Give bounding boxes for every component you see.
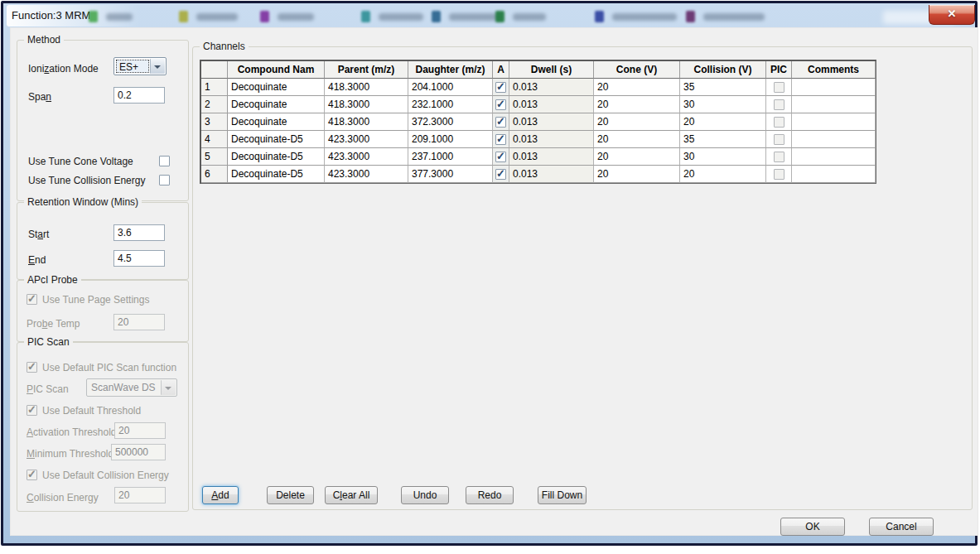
column-header-a: A (493, 61, 509, 79)
close-button[interactable]: ✕ (929, 5, 975, 25)
function-type-icon (260, 11, 269, 22)
titlebar-tab-2[interactable] (179, 9, 238, 24)
cell-comments[interactable] (792, 166, 876, 183)
cell-daughter[interactable]: 232.1000 (408, 96, 493, 113)
screenshot-stage: Function:3 MRM (0, 0, 980, 554)
cell-daughter[interactable]: 372.3000 (408, 113, 493, 131)
a-checkbox[interactable] (495, 99, 506, 110)
use-default-threshold-label: Use Default Threshold (42, 405, 141, 417)
cell-cone[interactable]: 20 (594, 131, 680, 148)
use-tune-page-checkbox (27, 294, 37, 305)
titlebar-tab-7[interactable] (595, 9, 677, 24)
cell-a (493, 148, 509, 166)
undo-button[interactable]: Undo (401, 486, 449, 504)
cell-parent[interactable]: 418.3000 (325, 96, 408, 113)
clear-all-button[interactable]: Clear All (325, 486, 378, 504)
end-label: End (28, 254, 46, 266)
use-default-pic-checkbox (27, 362, 37, 373)
a-checkbox[interactable] (495, 169, 506, 180)
cell-parent[interactable]: 423.3000 (325, 131, 408, 148)
use-tune-page-label: Use Tune Page Settings (42, 294, 149, 306)
row-number[interactable]: 3 (201, 113, 228, 131)
cell-cone[interactable]: 20 (594, 166, 680, 183)
cancel-button[interactable]: Cancel (869, 518, 934, 536)
span-field[interactable]: 0.2 (113, 87, 165, 104)
apci-probe-group-label: APcI Probe (24, 274, 81, 286)
cell-dwell[interactable]: 0.013 (509, 131, 594, 148)
a-checkbox[interactable] (495, 82, 506, 93)
cell-collision[interactable]: 20 (680, 166, 766, 183)
cell-compound[interactable]: Decoquinate (228, 113, 325, 131)
cell-dwell[interactable]: 0.013 (509, 166, 594, 183)
cell-cone[interactable]: 20 (594, 79, 680, 96)
column-header-comments: Comments (792, 61, 876, 79)
a-checkbox[interactable] (495, 134, 506, 145)
redo-button[interactable]: Redo (466, 486, 514, 504)
row-number[interactable]: 4 (201, 131, 228, 148)
cell-collision[interactable]: 30 (680, 96, 766, 113)
row-number[interactable]: 2 (201, 96, 228, 113)
ionization-mode-select[interactable]: ES+ (113, 57, 167, 75)
titlebar-tab-5[interactable] (432, 9, 502, 24)
apci-probe-group: APcI Probe (17, 280, 189, 342)
function-type-icon (361, 11, 370, 22)
pic-scan-label: PIC Scan (27, 383, 69, 395)
cell-parent[interactable]: 418.3000 (325, 113, 408, 131)
column-header-corner (201, 61, 228, 79)
cell-dwell[interactable]: 0.013 (509, 148, 594, 166)
cell-compound[interactable]: Decoquinate (228, 79, 325, 96)
cell-cone[interactable]: 20 (594, 148, 680, 166)
cell-comments[interactable] (792, 79, 876, 96)
use-tune-collision-label: Use Tune Collision Energy (28, 175, 145, 186)
cell-cone[interactable]: 20 (594, 96, 680, 113)
cell-collision[interactable]: 30 (680, 148, 766, 166)
cell-collision[interactable]: 35 (680, 79, 766, 96)
row-number[interactable]: 1 (201, 79, 228, 96)
cell-dwell[interactable]: 0.013 (509, 96, 594, 113)
cell-daughter[interactable]: 237.1000 (408, 148, 493, 166)
cell-daughter[interactable]: 204.1000 (408, 79, 493, 96)
titlebar-tab-6[interactable] (495, 9, 546, 24)
titlebar-tab-8[interactable] (686, 9, 765, 24)
chevron-down-icon[interactable] (150, 59, 165, 74)
pic-checkbox (774, 152, 784, 162)
channels-table: Compound Nam Parent (m/z) Daughter (m/z)… (200, 60, 876, 184)
delete-button[interactable]: Delete (267, 486, 314, 504)
cell-compound[interactable]: Decoquinate-D5 (228, 166, 325, 183)
cell-parent[interactable]: 418.3000 (325, 79, 408, 96)
retention-window-group: Retention Window (Mins) (17, 202, 189, 280)
cell-daughter[interactable]: 209.1000 (408, 131, 493, 148)
start-field[interactable]: 3.6 (113, 224, 165, 241)
titlebar-tab-1[interactable] (89, 9, 133, 24)
span-label: Span (28, 91, 51, 103)
a-checkbox[interactable] (495, 152, 506, 162)
titlebar-tab-4[interactable] (361, 9, 423, 24)
cell-daughter[interactable]: 377.3000 (408, 166, 493, 183)
cell-comments[interactable] (792, 96, 876, 113)
pic-checkbox (774, 117, 784, 128)
add-button[interactable]: Add (202, 486, 239, 504)
cell-compound[interactable]: Decoquinate-D5 (228, 148, 325, 166)
fill-down-button[interactable]: Fill Down (538, 486, 587, 504)
use-tune-collision-checkbox[interactable] (159, 175, 170, 185)
column-header-parent: Parent (m/z) (325, 61, 408, 79)
use-tune-cone-checkbox[interactable] (159, 156, 170, 166)
a-checkbox[interactable] (495, 117, 506, 128)
cell-compound[interactable]: Decoquinate-D5 (228, 131, 325, 148)
cell-cone[interactable]: 20 (594, 113, 680, 131)
cell-collision[interactable]: 35 (680, 131, 766, 148)
cell-comments[interactable] (792, 113, 876, 131)
ok-button[interactable]: OK (780, 518, 845, 536)
cell-parent[interactable]: 423.3000 (325, 148, 408, 166)
cell-comments[interactable] (792, 131, 876, 148)
end-field[interactable]: 4.5 (113, 250, 165, 267)
cell-dwell[interactable]: 0.013 (509, 79, 594, 96)
cell-dwell[interactable]: 0.013 (509, 113, 594, 131)
cell-collision[interactable]: 20 (680, 113, 766, 131)
cell-compound[interactable]: Decoquinate (228, 96, 325, 113)
titlebar-tab-3[interactable] (260, 9, 314, 24)
cell-parent[interactable]: 423.3000 (325, 166, 408, 183)
cell-comments[interactable] (792, 148, 876, 166)
row-number[interactable]: 5 (201, 148, 228, 166)
row-number[interactable]: 6 (201, 166, 228, 183)
